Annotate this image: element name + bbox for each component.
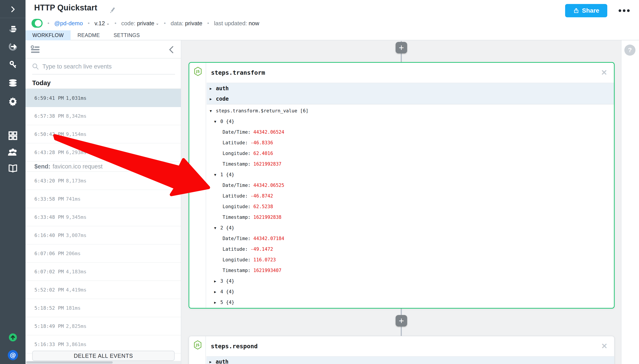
database-icon <box>8 79 18 87</box>
rail-item-keys[interactable] <box>0 58 26 72</box>
rail-item-upgrade[interactable] <box>0 330 26 344</box>
field-row: Longitude: 62.5238 <box>207 201 614 212</box>
expand-arrow-icon: ▶ <box>214 300 220 304</box>
page-title: HTTP Quickstart <box>34 3 97 12</box>
section-row-code[interactable]: ▶code <box>207 94 614 104</box>
collapse-arrow-icon: ▼ <box>214 173 220 177</box>
step-header: steps.respond ✕ <box>206 336 614 356</box>
separator-dot: • <box>207 20 209 26</box>
step-gutter: JS <box>189 63 206 308</box>
event-row[interactable]: 6:07:06 PM206ms <box>26 244 181 263</box>
step-header: steps.transform ✕ <box>207 63 614 83</box>
svg-text:JS: JS <box>196 70 200 74</box>
search-input[interactable] <box>42 63 175 70</box>
event-row[interactable]: 5:18:49 PM2,825ms <box>26 317 181 336</box>
chevron-down-icon: ⌄ <box>156 21 159 26</box>
close-step-icon[interactable]: ✕ <box>601 342 608 350</box>
event-row[interactable]: 6:33:58 PM741ms <box>26 190 181 208</box>
event-row[interactable]: 6:43:20 PM8,173ms <box>26 172 181 190</box>
field-key: Date/Time: <box>222 183 253 188</box>
rail-item-workflows[interactable] <box>0 22 26 36</box>
separator-dot: • <box>88 20 89 26</box>
field-value: 62.5238 <box>253 204 273 209</box>
owner-link[interactable]: @pd-demo <box>54 20 83 27</box>
apps-grid-icon <box>9 131 17 140</box>
field-value: -46.8336 <box>250 140 273 146</box>
toggle-knob <box>35 20 42 26</box>
tab-settings[interactable]: SETTINGS <box>107 30 147 40</box>
event-row[interactable]: 6:50:42 PM9,154ms <box>26 125 181 144</box>
return-value-tree: ▼steps.transform.$return_value [6]▼0 {4}… <box>207 104 614 308</box>
field-key: Latitude: <box>222 193 250 199</box>
expand-rail-icon[interactable] <box>0 2 26 16</box>
pipedream-workflow-app: @ HTTP Quickstart • @pd-demo • v.12⌄ • c… <box>0 0 639 364</box>
rail-item-mentions[interactable]: @ <box>0 348 26 362</box>
event-row[interactable]: 6:43:28 PM6,293ms <box>26 144 181 162</box>
tab-readme[interactable]: README <box>71 30 107 40</box>
field-key: Latitude: <box>222 246 250 252</box>
return-value-root-row[interactable]: ▼steps.transform.$return_value [6] <box>207 106 614 116</box>
event-row[interactable]: 5:52:02 PM4,419ms <box>26 281 181 299</box>
tab-workflow[interactable]: WORKFLOW <box>26 30 71 40</box>
array-item-row[interactable]: ▼1 {4} <box>207 169 614 180</box>
array-item-row[interactable]: ▶3 {4} <box>207 276 614 286</box>
event-row[interactable]: 6:57:38 PM8,342ms <box>26 107 181 125</box>
gear-icon <box>8 97 18 106</box>
section-row-auth[interactable]: ▶auth <box>206 357 614 364</box>
array-item-row[interactable]: ▶5 {4} <box>207 297 614 308</box>
deploy-toggle[interactable] <box>32 19 43 28</box>
rail-item-sources[interactable] <box>0 40 26 54</box>
field-key: Longitude: <box>222 257 253 262</box>
rail-item-settings[interactable] <box>0 94 26 108</box>
chevron-right-icon <box>9 6 17 13</box>
collapse-arrow-icon: ▼ <box>210 109 216 113</box>
help-button[interactable]: ? <box>624 44 635 56</box>
step-result-body: ▶auth <box>206 356 614 364</box>
step-card-respond[interactable]: JS steps.respond ✕ ▶auth <box>189 336 614 364</box>
filter-events-icon[interactable] <box>31 45 40 55</box>
collapse-arrow-icon: ▼ <box>214 120 220 124</box>
people-icon <box>8 148 18 156</box>
add-step-button-middle[interactable]: + <box>396 315 407 326</box>
event-end-marker-row[interactable]: $end:favicon.ico request <box>26 162 181 172</box>
event-row[interactable]: 6:33:48 PM9,345ms <box>26 208 181 226</box>
array-item-row[interactable]: ▶4 {4} <box>207 286 614 297</box>
rail-item-docs[interactable] <box>0 162 26 176</box>
rail-item-community[interactable] <box>0 145 26 160</box>
event-row[interactable]: 6:16:40 PM3,007ms <box>26 226 181 244</box>
event-row[interactable]: 6:07:02 PM4,183ms <box>26 263 181 281</box>
version-dropdown[interactable]: v.12⌄ <box>95 20 110 27</box>
step-card-transform[interactable]: JS steps.transform ✕ ▶auth▶code ▼steps.t… <box>189 62 614 308</box>
delete-all-events-button[interactable]: DELETE ALL EVENTS <box>32 351 175 361</box>
collapse-arrow-icon: ▼ <box>214 226 220 230</box>
close-step-icon[interactable]: ✕ <box>601 68 607 77</box>
rename-pencil-icon[interactable] <box>108 6 116 14</box>
more-options-button[interactable] <box>618 8 630 14</box>
rail-item-apps[interactable] <box>0 128 26 143</box>
section-row-auth[interactable]: ▶auth <box>207 83 614 94</box>
scrollbar-thumb[interactable] <box>26 361 113 364</box>
event-row[interactable]: 5:18:52 PM181ms <box>26 299 181 317</box>
field-key: Date/Time: <box>222 130 253 135</box>
field-key: Latitude: <box>222 140 250 146</box>
expand-arrow-icon: ▶ <box>209 360 216 364</box>
share-label: Share <box>582 7 599 14</box>
expand-arrow-icon: ▶ <box>214 290 220 294</box>
array-item-row[interactable]: ▼0 {4} <box>207 116 614 127</box>
field-value: 1621992838 <box>253 214 281 220</box>
array-item-row[interactable]: ▼2 {4} <box>207 222 614 233</box>
collapse-panel-chevron[interactable] <box>168 46 174 54</box>
open-book-icon <box>8 164 18 173</box>
event-row[interactable]: 6:59:41 PM1,031ms <box>26 89 181 107</box>
field-row: Latitude: -49.1472 <box>207 244 614 254</box>
code-visibility-dropdown[interactable]: code: private⌄ <box>121 20 159 27</box>
field-value: 44342.06525 <box>253 183 284 188</box>
share-button[interactable]: Share <box>565 4 607 17</box>
field-value: 1621992837 <box>253 162 281 167</box>
separator-dot: • <box>115 20 116 26</box>
rail-item-data-stores[interactable] <box>0 76 26 90</box>
svg-text:JS: JS <box>196 343 199 347</box>
add-step-button-top[interactable]: + <box>396 42 407 54</box>
last-updated: last updated: now <box>214 20 259 27</box>
field-key: Longitude: <box>222 204 253 209</box>
